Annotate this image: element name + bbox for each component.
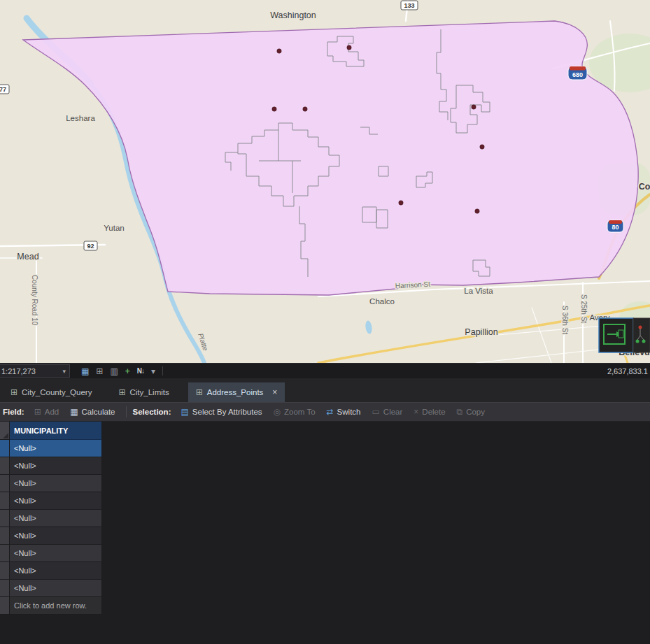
close-tab-icon[interactable]: × — [272, 387, 277, 397]
address-point — [475, 209, 479, 213]
label-la-vista: La Vista — [464, 287, 493, 295]
compass-caret-icon[interactable]: ▾ — [151, 366, 155, 376]
tab-label: City_County_Query — [22, 388, 92, 396]
attribute-table-toolbar: Field: ⊞ Add ▦ Calculate Selection: ▤ Se… — [0, 402, 650, 422]
table-row[interactable]: <Null> — [0, 580, 102, 597]
label-papillion: Papillion — [465, 327, 497, 337]
svg-text:80: 80 — [612, 224, 619, 231]
map-canvas: 133 92 77 680 80 Washington Leshara Yuta… — [0, 0, 650, 363]
copy-button[interactable]: ⧉ Copy — [451, 403, 490, 420]
label-washington: Washington — [270, 10, 316, 20]
tab-city-limits[interactable]: ⊞ City_Limits — [111, 382, 176, 402]
toolbar-separator — [126, 406, 127, 417]
address-point — [472, 105, 476, 109]
schema-node-green-icon — [636, 340, 640, 343]
calculate-field-button[interactable]: ▦ Calculate — [64, 403, 120, 420]
add-row-label[interactable]: Click to add new row. — [10, 597, 102, 615]
address-point — [480, 145, 484, 149]
table-row[interactable]: <Null> — [0, 475, 102, 492]
schema-panel[interactable] — [633, 318, 650, 352]
clear-selection-button[interactable]: ▭ Clear — [366, 403, 408, 420]
table-corner-select[interactable] — [0, 422, 10, 440]
map-scale-selector[interactable]: 1:217,273 ▾ — [0, 364, 70, 378]
svg-text:680: 680 — [572, 71, 583, 78]
delete-selection-button[interactable]: × Delete — [408, 403, 451, 420]
svg-text:77: 77 — [0, 86, 6, 93]
svg-text:92: 92 — [87, 243, 94, 250]
tab-address-points[interactable]: ⊞ Address_Points × — [188, 382, 285, 402]
address-point — [272, 107, 276, 111]
map-status-bar: 1:217,273 ▾ ▦ ⊞ ▥ + N↓ ▾ 2,637,833.1 — [0, 363, 650, 378]
add-field-button[interactable]: ⊞ Add — [29, 403, 65, 420]
button-label: Calculate — [82, 408, 115, 416]
selection-label: Selection: — [133, 408, 171, 416]
table-row[interactable]: <Null> — [0, 545, 102, 562]
select-features-icon[interactable]: ▦ — [81, 366, 89, 376]
row-selector[interactable] — [0, 527, 10, 545]
attribute-table-icon[interactable]: ⊞ — [96, 366, 103, 376]
select-by-attributes-button[interactable]: ▤ Select By Attributes — [175, 403, 267, 420]
cell-municipality[interactable]: <Null> — [10, 527, 102, 545]
table-tab-bar: ⊞ City_County_Query ⊞ City_Limits ⊞ Addr… — [0, 378, 650, 402]
map-navigator-widget[interactable] — [599, 318, 650, 352]
cell-municipality[interactable]: <Null> — [10, 562, 102, 580]
address-point — [399, 201, 403, 205]
label-s-25th-st: S 25th St — [580, 294, 588, 323]
snapping-icon[interactable]: + — [125, 366, 130, 376]
label-s-36th-st: S 36th St — [561, 306, 569, 334]
row-selector[interactable] — [0, 440, 10, 457]
zoom-to-button[interactable]: ◎ Zoom To — [268, 403, 321, 420]
scale-caret-icon[interactable]: ▾ — [62, 368, 66, 375]
label-mead: Mead — [17, 252, 38, 262]
add-new-row[interactable]: Click to add new row. — [0, 597, 102, 615]
row-selector[interactable] — [0, 545, 10, 562]
table-icon: ⊞ — [118, 387, 125, 397]
table-row[interactable]: <Null> — [0, 510, 102, 527]
row-selector[interactable] — [0, 457, 10, 475]
table-row[interactable]: <Null> — [0, 492, 102, 510]
cell-municipality[interactable]: <Null> — [10, 475, 102, 492]
button-label: Clear — [383, 408, 402, 416]
status-separator — [162, 366, 163, 375]
edit-grid-icon[interactable]: ▥ — [110, 366, 118, 376]
clear-icon: ▭ — [372, 407, 379, 417]
row-selector[interactable] — [0, 580, 10, 597]
address-point — [303, 107, 307, 111]
column-header-municipality[interactable]: MUNICIPALITY — [10, 422, 102, 440]
table-icon: ⊞ — [10, 387, 17, 397]
label-co: Co — [639, 182, 650, 192]
north-compass-icon[interactable]: N↓ — [137, 367, 144, 375]
cell-municipality[interactable]: <Null> — [10, 580, 102, 597]
cell-municipality[interactable]: <Null> — [10, 440, 102, 457]
cell-municipality[interactable]: <Null> — [10, 492, 102, 510]
switch-selection-button[interactable]: ⇄ Switch — [321, 403, 367, 420]
attribute-table: MUNICIPALITY <Null> <Null> <Null> <Null>… — [0, 422, 102, 615]
interstate-shield-80: 80 — [607, 220, 623, 232]
row-selector — [0, 597, 10, 615]
label-yutan: Yutan — [104, 224, 124, 232]
label-chalco: Chalco — [369, 297, 395, 306]
schema-node-green-icon — [642, 340, 646, 343]
button-label: Select By Attributes — [192, 408, 262, 416]
table-header-row: MUNICIPALITY — [0, 422, 102, 440]
row-selector[interactable] — [0, 492, 10, 510]
schema-node-red-icon — [639, 326, 642, 329]
cell-municipality[interactable]: <Null> — [10, 457, 102, 475]
table-row[interactable]: <Null> — [0, 527, 102, 545]
table-row[interactable]: <Null> — [0, 440, 102, 457]
row-selector[interactable] — [0, 510, 10, 527]
highway-shield-92: 92 — [84, 241, 97, 250]
label-county-road-10: County Road 10 — [31, 275, 38, 326]
tab-city-county-query[interactable]: ⊞ City_County_Query — [3, 382, 99, 402]
map-view[interactable]: 133 92 77 680 80 Washington Leshara Yuta… — [0, 0, 650, 363]
navigator-target-icon — [619, 330, 623, 338]
row-selector[interactable] — [0, 562, 10, 580]
table-row[interactable]: <Null> — [0, 457, 102, 475]
row-selector[interactable] — [0, 475, 10, 492]
button-label: Switch — [337, 408, 361, 416]
calculate-icon: ▦ — [70, 407, 78, 417]
table-row[interactable]: <Null> — [0, 562, 102, 580]
cell-municipality[interactable]: <Null> — [10, 545, 102, 562]
delete-icon: × — [414, 407, 418, 417]
cell-municipality[interactable]: <Null> — [10, 510, 102, 527]
